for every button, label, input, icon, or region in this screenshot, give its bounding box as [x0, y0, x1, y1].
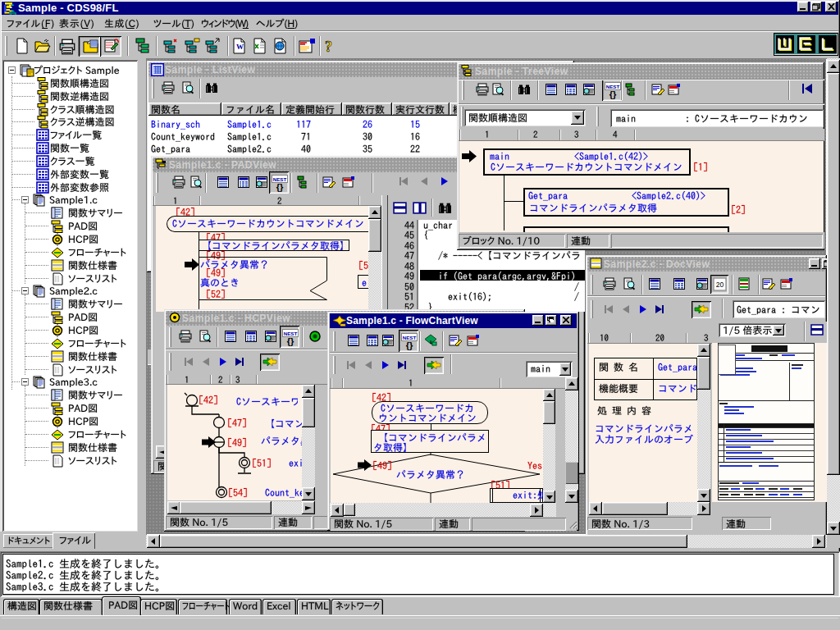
svg-text:W: W [236, 43, 244, 51]
svg-text:?: ? [325, 39, 332, 54]
